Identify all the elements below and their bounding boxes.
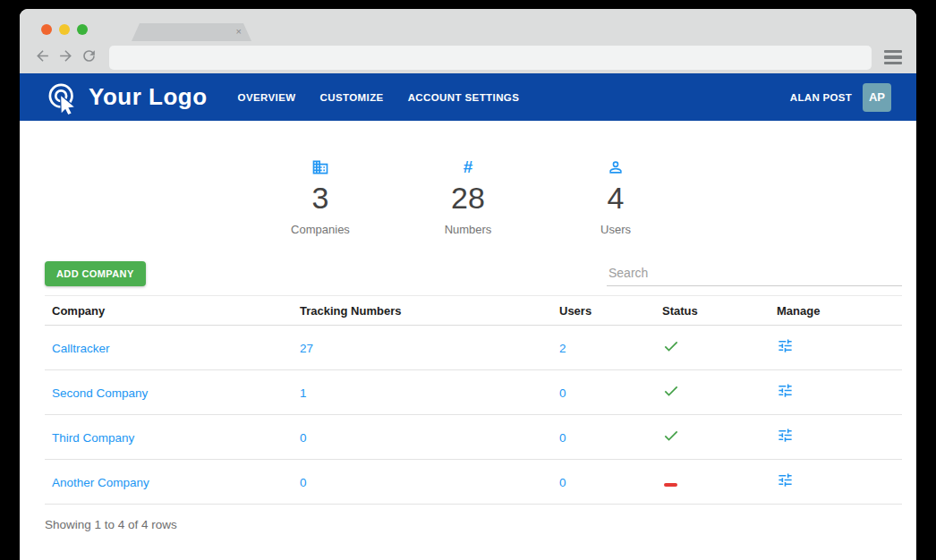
reload-button[interactable]	[77, 46, 100, 69]
manage-button[interactable]	[777, 382, 794, 399]
tracking-numbers-link[interactable]: 1	[300, 386, 307, 400]
status-cell	[655, 337, 770, 359]
manage-button[interactable]	[777, 427, 794, 444]
nav-link-customize[interactable]: CUSTOMIZE	[320, 92, 384, 103]
company-link[interactable]: Second Company	[52, 386, 148, 400]
column-header-tracking-numbers: Tracking Numbers	[293, 304, 552, 318]
tune-sliders-icon	[777, 344, 794, 357]
stats-row: 3 Companies # 28 Numbers 4 Users	[20, 158, 916, 236]
status-cell	[655, 382, 770, 403]
page-body: 3 Companies # 28 Numbers 4 Users ADD COM…	[20, 158, 916, 531]
back-button[interactable]	[30, 46, 54, 69]
numbers-label: Numbers	[395, 223, 542, 236]
status-cell	[655, 474, 770, 490]
brand-logo[interactable]: Your Logo	[45, 80, 208, 115]
company-link[interactable]: Calltracker	[52, 342, 110, 355]
app-navbar: Your Logo OVERVIEW CUSTOMIZE ACCOUNT SET…	[20, 73, 916, 121]
companies-label: Companies	[247, 223, 395, 236]
window-controls	[41, 24, 88, 35]
forward-arrow-icon	[57, 47, 74, 67]
users-link[interactable]: 0	[559, 431, 566, 445]
column-header-manage: Manage	[770, 304, 902, 318]
manage-button[interactable]	[777, 471, 794, 488]
tune-sliders-icon	[777, 388, 794, 402]
browser-toolbar	[20, 41, 916, 73]
minimize-window-button[interactable]	[59, 24, 70, 35]
main-nav: OVERVIEW CUSTOMIZE ACCOUNT SETTINGS	[238, 92, 520, 103]
logo-text: Your Logo	[89, 83, 208, 111]
table-row: Second Company 1 0	[45, 370, 902, 415]
tune-sliders-icon	[777, 478, 794, 491]
company-link[interactable]: Third Company	[52, 431, 134, 445]
table-row: Another Company 0 0	[45, 460, 902, 505]
forward-button[interactable]	[54, 46, 77, 69]
column-header-status: Status	[655, 304, 770, 318]
users-link[interactable]: 0	[559, 386, 566, 400]
tab-close-icon[interactable]: ×	[236, 25, 242, 38]
back-arrow-icon	[34, 47, 51, 67]
target-cursor-logo-icon	[45, 80, 81, 115]
address-bar[interactable]	[109, 46, 872, 70]
content-area: ADD COMPANY Company Tracking Numbers Use…	[20, 260, 916, 531]
stat-users: 4 Users	[542, 158, 690, 236]
company-link[interactable]: Another Company	[52, 476, 149, 489]
manage-button[interactable]	[777, 337, 794, 354]
add-company-button[interactable]: ADD COMPANY	[45, 261, 146, 286]
users-count: 4	[542, 181, 690, 215]
dash-icon	[664, 483, 677, 487]
tracking-numbers-link[interactable]: 27	[300, 342, 313, 355]
stat-numbers: # 28 Numbers	[395, 158, 542, 236]
nav-link-overview[interactable]: OVERVIEW	[238, 92, 296, 103]
table-controls: ADD COMPANY	[45, 260, 902, 286]
person-icon	[542, 158, 690, 176]
companies-table: Company Tracking Numbers Users Status Ma…	[45, 295, 902, 505]
browser-tab[interactable]: ×	[132, 23, 251, 41]
users-link[interactable]: 0	[559, 476, 566, 489]
user-menu: ALAN POST AP	[790, 83, 891, 112]
numbers-count: 28	[395, 181, 542, 215]
hash-icon: #	[395, 158, 542, 176]
table-row-count: Showing 1 to 4 of 4 rows	[45, 518, 902, 531]
browser-window: ×	[20, 9, 916, 560]
users-link[interactable]: 2	[559, 342, 566, 355]
check-icon	[662, 337, 680, 359]
building-icon	[247, 158, 395, 176]
user-name: ALAN POST	[790, 92, 852, 103]
hamburger-icon	[884, 50, 902, 53]
tracking-numbers-link[interactable]: 0	[300, 431, 307, 445]
tune-sliders-icon	[777, 433, 794, 446]
browser-chrome: ×	[20, 9, 916, 73]
close-window-button[interactable]	[41, 24, 52, 35]
search-input[interactable]	[607, 260, 902, 286]
maximize-window-button[interactable]	[77, 24, 88, 35]
table-header: Company Tracking Numbers Users Status Ma…	[45, 295, 902, 326]
table-row: Third Company 0 0	[45, 415, 902, 460]
reload-icon	[81, 47, 98, 67]
stat-companies: 3 Companies	[247, 158, 395, 236]
column-header-company: Company	[45, 304, 293, 318]
table-row: Calltracker 27 2	[45, 326, 902, 370]
column-header-users: Users	[552, 304, 655, 318]
companies-count: 3	[247, 181, 395, 215]
nav-link-account-settings[interactable]: ACCOUNT SETTINGS	[408, 92, 520, 103]
avatar[interactable]: AP	[863, 83, 891, 112]
check-icon	[662, 382, 680, 403]
users-label: Users	[542, 223, 690, 236]
browser-menu-button[interactable]	[882, 46, 906, 69]
tracking-numbers-link[interactable]: 0	[300, 476, 307, 489]
status-cell	[655, 427, 770, 448]
check-icon	[662, 427, 680, 448]
tab-strip: ×	[20, 9, 916, 41]
